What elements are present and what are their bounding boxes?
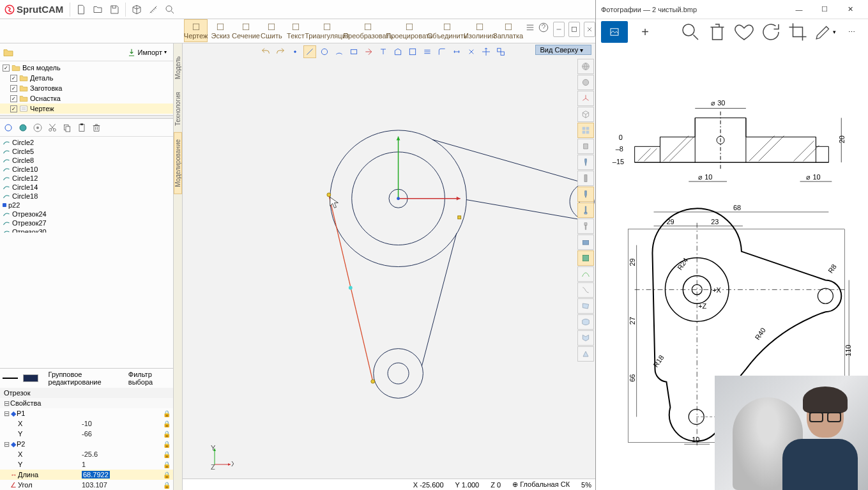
photos-edit[interactable]: ▾ <box>813 21 836 43</box>
ribbon-sew[interactable]: Сшить <box>260 19 283 42</box>
rtool-sim[interactable] <box>577 250 594 266</box>
rtool-surf1[interactable] <box>577 298 594 314</box>
photos-crop[interactable] <box>786 21 809 43</box>
undo-button[interactable] <box>259 45 272 58</box>
list-item[interactable]: Circle14 <box>3 183 171 192</box>
elements-list[interactable]: Circle2Circle5Circle8Circle10Circle12Cir… <box>0 137 173 233</box>
minimize-button[interactable] <box>553 22 565 37</box>
elem-tool-2[interactable] <box>17 122 29 134</box>
arc-tool[interactable] <box>333 45 346 58</box>
measure-button[interactable] <box>145 1 162 18</box>
prop-row[interactable]: Y-66🔒 <box>0 429 173 439</box>
rtool-tool4[interactable] <box>577 203 594 218</box>
line-tool[interactable] <box>303 45 316 58</box>
maximize-button[interactable] <box>568 22 580 37</box>
constraint-tool[interactable] <box>465 45 478 58</box>
prop-row[interactable]: Y1🔒 <box>0 459 173 470</box>
contour-tool[interactable] <box>392 45 404 58</box>
tree-item[interactable]: ✓Деталь <box>0 73 173 83</box>
save-file-button[interactable] <box>106 1 123 18</box>
photos-favorite[interactable] <box>733 21 756 43</box>
trim-tool[interactable] <box>362 45 375 58</box>
rtool-path[interactable] <box>577 266 594 282</box>
group-edit-label[interactable]: Групповое редактирование <box>49 371 123 386</box>
ribbon-isoline[interactable]: Изолиния <box>466 19 494 42</box>
prop-row[interactable]: ⊟◆P1🔒 <box>0 408 173 418</box>
color-swatch[interactable] <box>23 374 38 382</box>
photos-more[interactable]: ⋯ <box>840 21 863 43</box>
rtool-axis[interactable] <box>577 91 594 106</box>
list-item[interactable]: Circle12 <box>3 174 171 183</box>
photos-minimize[interactable]: — <box>786 1 812 19</box>
photos-maximize[interactable]: ☐ <box>812 1 837 19</box>
view-selector[interactable]: Вид Сверху ▾ <box>535 45 591 55</box>
rtool-tool2[interactable] <box>577 171 594 186</box>
fillet-tool[interactable] <box>436 45 448 58</box>
prop-row[interactable]: ↔Длина68.7922🔒 <box>0 470 173 480</box>
ribbon-sketch[interactable]: Эскиз <box>209 19 232 42</box>
photos-zoom[interactable] <box>679 21 702 43</box>
filter-label[interactable]: Фильтр выбора <box>128 371 171 386</box>
prop-row[interactable]: ∠Угол103.107🔒 <box>0 480 173 490</box>
ribbon-drawing[interactable]: Чертеж <box>184 19 208 42</box>
ribbon-unite[interactable]: Объединить <box>430 19 464 42</box>
tree-item[interactable]: ✓Чертеж <box>0 103 173 114</box>
rtool-surf3[interactable] <box>577 330 594 346</box>
list-item[interactable]: Circle2 <box>3 138 171 147</box>
list-item[interactable]: Отрезок27 <box>3 218 171 227</box>
dimension-tool[interactable] <box>450 45 463 58</box>
list-item[interactable]: Отрезок30 <box>3 227 171 233</box>
rtool-wire[interactable] <box>577 282 594 298</box>
offset-tool[interactable] <box>421 45 434 58</box>
rtool-surf2[interactable] <box>577 314 594 330</box>
zoom-button[interactable] <box>162 1 178 18</box>
point-tool[interactable] <box>289 45 301 58</box>
rtool-solid[interactable] <box>577 346 594 362</box>
text-tool[interactable] <box>377 45 390 58</box>
line-style-swatch[interactable] <box>3 378 18 379</box>
properties-panel[interactable]: ⊟◆P1🔒X-10🔒Y-66🔒⊟◆P2🔒X-25.6🔒Y1🔒↔Длина68.7… <box>0 408 173 490</box>
rtool-tool1[interactable] <box>577 155 594 170</box>
cut-button[interactable] <box>47 122 58 134</box>
ribbon-text[interactable]: Текст <box>284 19 307 42</box>
side-tab-modeling[interactable]: Моделирование <box>174 132 182 194</box>
rtool-stock[interactable] <box>577 139 594 154</box>
side-tab-model[interactable]: Модель <box>174 50 181 86</box>
list-item[interactable]: Circle18 <box>3 192 171 201</box>
circle-tool[interactable] <box>318 45 331 58</box>
ribbon-transform[interactable]: Преобразовать <box>347 19 388 42</box>
ribbon-triang[interactable]: Триангуляция <box>308 19 346 42</box>
photos-tab-add[interactable]: + <box>632 21 659 43</box>
close-button[interactable] <box>584 22 595 37</box>
list-item[interactable]: Circle5 <box>3 147 171 156</box>
photos-tab-view[interactable] <box>601 21 628 43</box>
list-item[interactable]: Отрезок24 <box>3 210 171 218</box>
photos-delete[interactable] <box>706 21 729 43</box>
side-tab-tech[interactable]: Технология <box>174 86 181 132</box>
elem-tool-1[interactable] <box>3 122 14 134</box>
rtool-holder[interactable] <box>577 218 594 234</box>
delete-button[interactable] <box>91 122 102 134</box>
new-file-button[interactable] <box>73 1 89 18</box>
move-tool[interactable] <box>480 45 492 58</box>
tree-item[interactable]: ✓Заготовка <box>0 83 173 93</box>
elem-tool-3[interactable] <box>32 122 43 134</box>
tree-item[interactable]: ✓Вся модель <box>0 63 173 73</box>
rect-tool[interactable] <box>347 45 360 58</box>
rtool-grid[interactable] <box>577 123 594 138</box>
photos-rotate[interactable] <box>759 21 782 43</box>
help-button[interactable] <box>537 19 549 36</box>
open-file-button[interactable] <box>89 1 106 18</box>
project-tool[interactable] <box>406 45 419 58</box>
drawing-canvas[interactable] <box>183 43 595 490</box>
rtool-sphere[interactable] <box>577 75 594 90</box>
list-item[interactable]: Circle10 <box>3 165 171 174</box>
model-button[interactable] <box>128 1 145 18</box>
model-tree[interactable]: ✓Вся модель✓Деталь✓Заготовка✓Оснастка✓Че… <box>0 61 173 115</box>
list-item[interactable]: Circle8 <box>3 156 171 165</box>
menu-button[interactable] <box>524 19 537 36</box>
rtool-globe[interactable] <box>577 59 594 74</box>
prop-row[interactable]: X-10🔒 <box>0 418 173 429</box>
paste-button[interactable] <box>76 122 88 134</box>
prop-row[interactable]: ⊟◆P2🔒 <box>0 439 173 449</box>
